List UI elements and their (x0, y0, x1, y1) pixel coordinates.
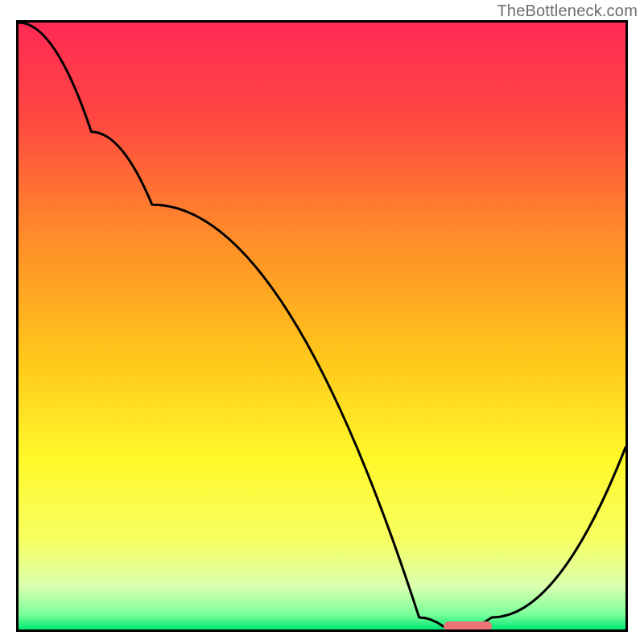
optimal-range-marker (444, 621, 492, 631)
chart-container: TheBottleneck.com (0, 0, 644, 644)
chart-line-series (19, 23, 625, 630)
chart-plot-area (16, 20, 628, 632)
watermark-label: TheBottleneck.com (497, 2, 638, 20)
